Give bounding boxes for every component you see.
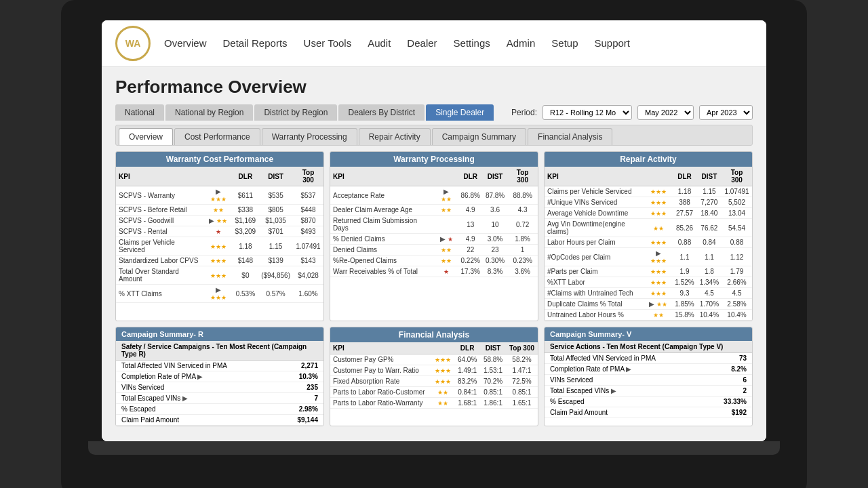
wp-col-kpi: KPI	[330, 167, 435, 186]
stars-icon: ★★	[441, 247, 452, 253]
stars-icon: ★	[443, 268, 449, 275]
table-row: Warr Receivables % of Total ★ 17.3%8.3%3…	[330, 266, 538, 277]
period-end-select[interactable]: Apr 2023	[699, 105, 753, 120]
tab-overview[interactable]: Overview	[119, 128, 173, 145]
nav-bar: WA Overview Detail Reports User Tools Au…	[102, 20, 766, 67]
campaign-v-val-1: 8.2%	[731, 365, 747, 373]
arrow-icon: ▶	[216, 188, 221, 195]
warranty-cost-panel: Warranty Cost Performance KPI DLR DIST T…	[115, 151, 324, 321]
stars-icon: ★★★	[650, 239, 667, 246]
table-row: Duplicate Claims % Total ▶ ★★ 1.85%1.70%…	[545, 299, 752, 310]
table-row: Fixed Absorption Rate ★★★ 83.2%70.2%72.5…	[330, 376, 538, 387]
table-row: Untrained Labor Hours % ★★ 15.8%10.4%10.…	[545, 310, 752, 321]
campaign-v-label-3: Total Escaped VINs ▶	[550, 387, 616, 394]
nav-admin[interactable]: Admin	[507, 37, 536, 49]
campaign-v-val-3: 2	[743, 387, 747, 394]
list-item: Total Affected VIN Serviced in PMA 73	[545, 353, 752, 364]
tab-cost-performance[interactable]: Cost Performance	[174, 128, 260, 145]
campaign-r-header: Campaign Summary- R	[116, 327, 323, 341]
campaign-v-label-4: % Escaped	[550, 398, 585, 405]
list-item: Total Affected VIN Serviced in PMA 2,271	[116, 361, 323, 371]
fa-col-dist: DIST	[480, 342, 506, 354]
wc-col-dist: DIST	[258, 167, 293, 186]
tab-dealers-by-district[interactable]: Dealers By District	[338, 104, 425, 121]
ra-col-dlr: DLR	[672, 167, 696, 186]
ra-col-kpi: KPI	[545, 167, 644, 186]
stars-icon: ★★	[441, 258, 452, 264]
wc-col-icon	[203, 167, 232, 186]
period-selector: Period: R12 - Rolling 12 Mo May 2022 Apr…	[511, 105, 753, 120]
fa-col-kpi: KPI	[330, 342, 432, 354]
campaign-v-val-2: 6	[743, 376, 747, 384]
stars-icon: ★★	[653, 312, 664, 319]
period-range-select[interactable]: R12 - Rolling 12 Mo	[542, 105, 632, 120]
nav-support[interactable]: Support	[594, 37, 630, 49]
stars-icon: ★★★	[650, 268, 667, 275]
table-row: Standardized Labor CPVS ★★★ $148$139$143	[116, 256, 323, 266]
nav-overview[interactable]: Overview	[164, 37, 207, 49]
tab-financial-analysis[interactable]: Financial Analysis	[528, 128, 612, 145]
arrow-icon: ▶	[440, 235, 446, 243]
tab-warranty-processing[interactable]: Warranty Processing	[262, 128, 357, 145]
tab-national-by-region[interactable]: National by Region	[165, 104, 253, 121]
financial-analysis-table: KPI DLR DIST Top 300 Customer Pay GP% ★★…	[330, 342, 538, 409]
campaign-v-label-5: Claim Paid Amount	[550, 409, 608, 416]
tab-repair-activity[interactable]: Repair Activity	[359, 128, 431, 145]
nav-user-tools[interactable]: User Tools	[304, 37, 352, 49]
table-row: #Claims with Untrained Tech ★★★ 9.34.54.…	[545, 288, 752, 299]
wp-col-icon	[435, 167, 458, 186]
campaign-r-label-5: Claim Paid Amount	[121, 416, 179, 424]
stars-icon: ★★★	[650, 258, 667, 264]
campaign-r-label-0: Total Affected VIN Serviced in PMA	[121, 362, 227, 369]
table-row: Average Vehicle Downtime ★★★ 27.5718.401…	[545, 208, 752, 219]
table-row: Avg Vin Downtime(engine claims) ★★ 85.26…	[545, 219, 752, 237]
campaign-v-label-1: Completion Rate of PMA ▶	[550, 365, 631, 373]
stars-icon: ★★	[216, 218, 227, 224]
stars-icon: ★★	[441, 207, 452, 214]
nav-settings[interactable]: Settings	[454, 37, 490, 49]
stars-icon: ★★	[437, 389, 448, 396]
nav-audit[interactable]: Audit	[368, 37, 391, 49]
table-row: #Unique VINs Serviced ★★★ 3887,2705,502	[545, 197, 752, 208]
stars-icon: ★★★	[650, 290, 667, 297]
logo: WA	[115, 26, 151, 61]
table-row: SCPVS - Before Retail ★★ $338$805$448	[116, 205, 323, 216]
tab-single-dealer[interactable]: Single Dealer	[426, 104, 494, 121]
campaign-v-val-4: 33.33%	[724, 398, 747, 405]
campaign-v-val-5: $192	[732, 409, 747, 416]
arrow-icon: ▶	[182, 394, 188, 402]
wp-col-dlr: DLR	[458, 167, 483, 186]
list-item: VINs Serviced 235	[116, 382, 323, 393]
stars-icon: ★★★	[435, 367, 451, 374]
bottom-panels: Campaign Summary- R Safety / Service Cam…	[115, 327, 753, 426]
tab-national[interactable]: National	[115, 104, 164, 121]
campaign-r-label-2: VINs Serviced	[121, 384, 164, 391]
top-panels: Warranty Cost Performance KPI DLR DIST T…	[115, 151, 753, 321]
campaign-r-val-4: 2.98%	[299, 405, 318, 413]
period-start-select[interactable]: May 2022	[637, 105, 694, 120]
campaign-r-val-2: 235	[307, 384, 318, 391]
nav-dealer[interactable]: Dealer	[407, 37, 437, 49]
repair-activity-panel: Repair Activity KPI DLR DIST Top 300	[544, 151, 753, 321]
stars-icon: ★★★	[650, 188, 667, 195]
wc-col-top300: Top 300	[293, 167, 323, 186]
table-row: #OpCodes per Claim ▶ ★★★ 1.11.11.12	[545, 248, 752, 266]
main-content: Performance Overview National National b…	[102, 67, 766, 441]
nav-setup[interactable]: Setup	[551, 37, 578, 49]
campaign-r-val-5: $9,144	[297, 416, 318, 424]
nav-detail-reports[interactable]: Detail Reports	[223, 37, 288, 49]
stars-icon: ★★	[213, 207, 224, 214]
campaign-r-label-4: % Escaped	[121, 405, 156, 413]
tab-campaign-summary[interactable]: Campaign Summary	[432, 128, 526, 145]
wp-col-top300: Top 300	[507, 167, 538, 186]
table-row: SCPVS - Warranty ▶ ★★★ $611$535$537	[116, 186, 323, 205]
tab-district-by-region[interactable]: District by Region	[254, 104, 337, 121]
campaign-r-val-1: 10.3%	[299, 373, 318, 380]
campaign-r-sub-header: Safety / Service Campaigns - Ten Most Re…	[116, 341, 323, 361]
stars-icon: ★★★	[210, 258, 226, 264]
table-row: Parts to Labor Ratio-Customer ★★ 0.84:10…	[330, 387, 538, 398]
stars-icon: ★★★	[210, 243, 226, 250]
campaign-v-val-0: 73	[739, 354, 747, 362]
table-row: Customer Pay to Warr. Ratio ★★★ 1.49:11.…	[330, 365, 538, 376]
list-item: Completion Rate of PMA ▶ 10.3%	[116, 371, 323, 382]
